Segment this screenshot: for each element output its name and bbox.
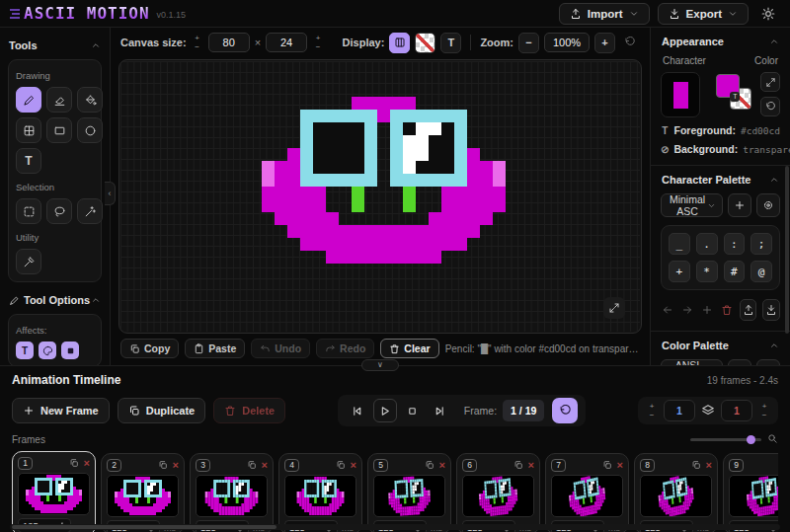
frame-thumbnail[interactable] bbox=[462, 475, 534, 517]
frame-card-2[interactable]: 2×125ms bbox=[101, 453, 185, 532]
frame-duplicate-button[interactable] bbox=[158, 460, 168, 470]
frame-card-7[interactable]: 7×125ms bbox=[545, 453, 629, 532]
frame-card-5[interactable]: 5×125ms bbox=[367, 453, 451, 532]
grid-tool-button[interactable] bbox=[16, 117, 41, 143]
palette-delete-button[interactable] bbox=[720, 301, 734, 319]
tools-section-header[interactable]: Tools bbox=[9, 39, 101, 51]
eraser-tool-button[interactable] bbox=[46, 87, 72, 113]
copy-button[interactable]: Copy bbox=[120, 339, 179, 358]
frame-duplicate-button[interactable] bbox=[691, 460, 701, 470]
onion-next-increment[interactable]: + bbox=[758, 402, 770, 411]
frames-scrollbar[interactable] bbox=[10, 524, 780, 530]
palette-prev-button[interactable] bbox=[661, 301, 674, 319]
eyedropper-tool-button[interactable] bbox=[16, 249, 41, 274]
char-key-6[interactable]: # bbox=[724, 261, 746, 282]
rect-select-tool-button[interactable] bbox=[16, 198, 41, 224]
onion-next-stepper[interactable]: +− bbox=[758, 402, 770, 419]
frame-card-1[interactable]: 1×125ms bbox=[12, 451, 96, 532]
frame-duplicate-button[interactable] bbox=[602, 460, 612, 470]
swap-colors-button[interactable] bbox=[760, 72, 780, 92]
slider-knob[interactable] bbox=[747, 435, 755, 444]
width-decrement-button[interactable]: − bbox=[192, 42, 203, 51]
fill-tool-button[interactable] bbox=[77, 87, 103, 113]
drawing-canvas[interactable] bbox=[118, 59, 642, 334]
skip-to-end-button[interactable] bbox=[429, 399, 452, 422]
frame-thumbnail[interactable] bbox=[18, 473, 90, 515]
canvas-width-input[interactable]: 80 bbox=[208, 33, 250, 52]
frame-delete-button[interactable]: × bbox=[617, 460, 623, 471]
palette-next-button[interactable] bbox=[680, 301, 694, 319]
frame-delete-button[interactable]: × bbox=[528, 460, 534, 471]
frame-thumbnail[interactable] bbox=[729, 475, 778, 517]
onion-next-value[interactable]: 1 bbox=[721, 400, 752, 421]
zoom-reset-button[interactable] bbox=[620, 31, 640, 54]
frame-thumbnail[interactable] bbox=[640, 475, 712, 517]
frame-thumbnail[interactable] bbox=[107, 475, 179, 517]
char-key-3[interactable]: ; bbox=[750, 233, 772, 255]
frame-card-8[interactable]: 8×125ms bbox=[634, 453, 718, 532]
import-button[interactable]: Import bbox=[559, 3, 650, 25]
new-frame-button[interactable]: New Frame bbox=[12, 398, 110, 423]
duplicate-frame-button[interactable]: Duplicate bbox=[118, 398, 206, 423]
character-palette-select[interactable]: Minimal ASC bbox=[661, 193, 723, 217]
add-character-palette-button[interactable] bbox=[728, 193, 751, 217]
palette-export-button[interactable] bbox=[762, 299, 780, 321]
undo-button[interactable]: Undo bbox=[251, 339, 310, 358]
frame-duplicate-button[interactable] bbox=[514, 460, 523, 470]
affects-color-badge[interactable] bbox=[39, 342, 56, 359]
play-button[interactable] bbox=[373, 399, 397, 422]
char-key-5[interactable]: * bbox=[696, 261, 718, 282]
character-palette-section-header[interactable]: Character Palette bbox=[662, 174, 779, 186]
height-increment-button[interactable]: + bbox=[312, 34, 324, 42]
frame-delete-button[interactable]: × bbox=[173, 460, 179, 471]
display-transparency-toggle[interactable] bbox=[415, 33, 435, 53]
skip-to-start-button[interactable] bbox=[346, 399, 369, 422]
char-key-2[interactable]: : bbox=[724, 233, 746, 255]
color-palette-section-header[interactable]: Color Palette bbox=[662, 340, 779, 351]
frame-delete-button[interactable]: × bbox=[84, 458, 90, 469]
frame-delete-button[interactable]: × bbox=[351, 460, 356, 471]
sidebar-scrollbar[interactable] bbox=[785, 166, 789, 334]
lasso-tool-button[interactable] bbox=[46, 198, 72, 224]
paste-button[interactable]: Paste bbox=[185, 339, 245, 358]
frame-thumbnail[interactable] bbox=[284, 475, 356, 517]
frame-card-6[interactable]: 6×125ms bbox=[456, 453, 540, 532]
char-key-0[interactable]: _ bbox=[669, 233, 690, 255]
ellipse-tool-button[interactable] bbox=[77, 117, 103, 143]
sidebar-collapse-handle[interactable]: ‹ bbox=[105, 182, 116, 205]
frame-duplicate-button[interactable] bbox=[336, 460, 346, 470]
zoom-out-button[interactable]: − bbox=[518, 33, 539, 53]
export-button[interactable]: Export bbox=[658, 3, 749, 25]
frame-thumbnail[interactable] bbox=[373, 475, 445, 517]
frame-thumbnail[interactable] bbox=[551, 475, 623, 517]
redo-button[interactable]: Redo bbox=[316, 339, 374, 358]
height-decrement-button[interactable]: − bbox=[312, 42, 324, 51]
stop-button[interactable] bbox=[401, 399, 425, 422]
canvas-panel-collapse-button[interactable]: ∨ bbox=[361, 359, 399, 371]
character-palette-settings-button[interactable] bbox=[756, 193, 780, 217]
palette-import-button[interactable] bbox=[740, 299, 757, 321]
width-stepper[interactable]: +− bbox=[192, 34, 203, 51]
thumbnail-size-slider[interactable] bbox=[690, 438, 761, 441]
affects-character-badge[interactable]: T bbox=[16, 342, 34, 359]
palette-add-button[interactable] bbox=[700, 301, 714, 319]
height-stepper[interactable]: +− bbox=[312, 34, 324, 51]
display-grid-toggle[interactable] bbox=[389, 33, 410, 53]
pencil-tool-button[interactable] bbox=[16, 87, 41, 113]
canvas-height-input[interactable]: 24 bbox=[266, 33, 307, 52]
appearance-section-header[interactable]: Appearance bbox=[662, 36, 779, 47]
text-tool-button[interactable]: T bbox=[16, 148, 41, 174]
tool-options-section-header[interactable]: Tool Options bbox=[9, 294, 101, 306]
character-preview[interactable] bbox=[661, 72, 700, 117]
frame-card-9[interactable]: 9×125ms bbox=[723, 453, 778, 532]
affects-bg-badge[interactable] bbox=[61, 342, 79, 359]
theme-toggle-button[interactable] bbox=[756, 2, 780, 26]
frame-duplicate-button[interactable] bbox=[69, 458, 79, 468]
frame-card-4[interactable]: 4×125ms bbox=[278, 453, 362, 532]
delete-frame-button[interactable]: Delete bbox=[213, 398, 285, 423]
frame-duplicate-button[interactable] bbox=[425, 460, 434, 470]
canvas-expand-button[interactable] bbox=[603, 297, 625, 319]
frame-delete-button[interactable]: × bbox=[706, 460, 712, 471]
frames-scrollbar-thumb[interactable] bbox=[12, 525, 276, 529]
onion-prev-decrement[interactable]: − bbox=[646, 411, 658, 419]
